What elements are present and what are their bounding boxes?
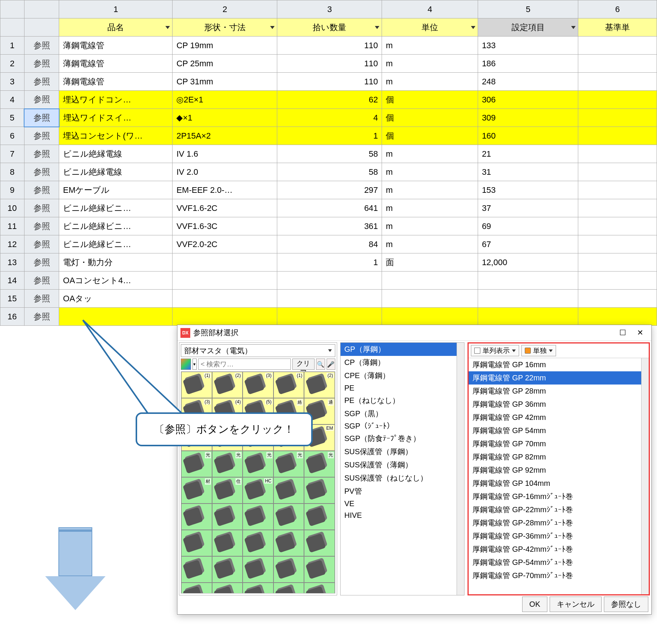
part-icon-cell[interactable] — [181, 583, 212, 594]
cell-setting[interactable]: 153 — [478, 181, 578, 199]
cell-base[interactable] — [578, 37, 657, 55]
cell-name[interactable]: 埋込コンセント(ワ… — [59, 127, 173, 145]
part-item[interactable]: 厚鋼電線管 GP-36mmｼﾞｭｰﾄ巻 — [469, 530, 641, 543]
cell-base[interactable] — [578, 235, 657, 253]
cell-qty[interactable] — [277, 272, 382, 290]
cell-shape[interactable]: IV 2.0 — [173, 163, 277, 181]
cell-qty[interactable]: 58 — [277, 163, 382, 181]
part-icon-cell[interactable] — [273, 477, 304, 504]
cell-setting[interactable]: 248 — [478, 73, 578, 91]
search-icon[interactable]: 🔍 — [316, 359, 325, 370]
part-item[interactable]: 厚鋼電線管 GP-54mmｼﾞｭｰﾄ巻 — [469, 556, 641, 569]
cell-name[interactable]: OAタッ — [59, 290, 173, 308]
table-row[interactable]: 10参照ビニル絶縁ビニ…VVF1.6-2C641m37 — [0, 199, 657, 217]
cell-qty[interactable]: 110 — [277, 37, 382, 55]
cell-unit[interactable]: m — [382, 145, 478, 163]
cell-setting[interactable] — [478, 308, 578, 326]
cell-setting[interactable] — [478, 290, 578, 308]
part-icon-cell[interactable] — [273, 556, 304, 583]
header-shape[interactable]: 形状・寸法 — [173, 18, 277, 37]
reference-button[interactable]: 参照 — [24, 217, 59, 235]
category-list[interactable]: GP（厚鋼）CP（薄鋼）CPE（薄鋼）PEPE（ねじなし）SGP（黒）SGP（ｼ… — [341, 343, 457, 595]
cell-shape[interactable]: VVF2.0-2C — [173, 235, 277, 253]
part-icon-cell[interactable] — [273, 530, 304, 556]
category-item[interactable]: PV管 — [341, 485, 457, 498]
table-row[interactable]: 6参照埋込コンセント(ワ…2P15A×21個160 — [0, 127, 657, 145]
part-item[interactable]: 厚鋼電線管 GP 42mm — [469, 411, 641, 424]
part-item[interactable]: 厚鋼電線管 GP-28mmｼﾞｭｰﾄ巻 — [469, 516, 641, 530]
table-row[interactable]: 13参照電灯・動力分1面12,000 — [0, 253, 657, 272]
cell-shape[interactable]: CP 31mm — [173, 73, 277, 91]
cell-unit[interactable]: m — [382, 235, 478, 253]
cell-unit[interactable]: 個 — [382, 109, 478, 127]
reference-button[interactable]: 参照 — [24, 253, 59, 272]
cell-unit[interactable]: 個 — [382, 127, 478, 145]
cell-base[interactable] — [578, 253, 657, 272]
category-item[interactable]: PE（ねじなし） — [341, 394, 457, 407]
part-icon-cell[interactable] — [243, 530, 273, 556]
part-item[interactable]: 厚鋼電線管 GP 70mm — [469, 437, 641, 450]
cell-unit[interactable] — [382, 308, 478, 326]
cell-shape[interactable]: EM-EEF 2.0-… — [173, 181, 277, 199]
reference-button[interactable]: 参照 — [24, 55, 59, 73]
cell-qty[interactable]: 110 — [277, 73, 382, 91]
cancel-button[interactable]: キャンセル — [550, 597, 602, 612]
close-button[interactable]: ✕ — [632, 327, 648, 339]
table-row[interactable]: 5参照埋込ワイドスイ…◆×14個309 — [0, 109, 657, 127]
category-item[interactable]: SUS保護管（厚鋼） — [341, 445, 457, 458]
reference-button[interactable]: 参照 — [24, 145, 59, 163]
reference-button[interactable]: 参照 — [24, 272, 59, 290]
cell-name[interactable]: 薄鋼電線管 — [59, 37, 173, 55]
cell-shape[interactable]: ◆×1 — [173, 109, 277, 127]
part-icon-cell[interactable] — [243, 504, 273, 530]
maximize-button[interactable]: ☐ — [614, 327, 631, 339]
category-item[interactable]: CP（薄鋼） — [341, 356, 457, 369]
cell-base[interactable] — [578, 290, 657, 308]
part-item[interactable]: 厚鋼電線管 GP 28mm — [469, 385, 641, 398]
cell-unit[interactable]: m — [382, 163, 478, 181]
cell-base[interactable] — [578, 181, 657, 199]
cell-name[interactable]: EMケーブル — [59, 181, 173, 199]
cell-name[interactable]: ビニル絶縁ビニ… — [59, 217, 173, 235]
cell-name[interactable]: ビニル絶縁ビニ… — [59, 199, 173, 217]
part-icon-cell[interactable] — [304, 530, 335, 556]
cell-base[interactable] — [578, 308, 657, 326]
cell-setting[interactable] — [478, 272, 578, 290]
part-item[interactable]: 厚鋼電線管 GP 36mm — [469, 398, 641, 411]
cell-setting[interactable]: 186 — [478, 55, 578, 73]
dropdown-icon[interactable] — [471, 26, 475, 29]
category-item[interactable]: SGP（黒） — [341, 407, 457, 420]
cell-base[interactable] — [578, 163, 657, 181]
dropdown-icon[interactable] — [270, 26, 275, 29]
cell-qty[interactable]: 361 — [277, 217, 382, 235]
cell-name[interactable]: 埋込ワイドスイ… — [59, 109, 173, 127]
table-row[interactable]: 15参照OAタッ — [0, 290, 657, 308]
part-icon-cell[interactable] — [243, 583, 273, 594]
cell-name[interactable]: 電灯・動力分 — [59, 253, 173, 272]
part-icon-cell[interactable] — [304, 477, 335, 504]
header-name[interactable]: 品名 — [59, 18, 173, 37]
part-icon-cell[interactable]: (2) — [304, 372, 335, 398]
cell-unit[interactable]: 個 — [382, 91, 478, 109]
cell-unit[interactable]: m — [382, 37, 478, 55]
cell-qty[interactable] — [277, 308, 382, 326]
cell-base[interactable] — [578, 272, 657, 290]
part-icon-cell[interactable] — [273, 583, 304, 594]
table-row[interactable]: 3参照薄鋼電線管CP 31mm110m248 — [0, 73, 657, 91]
ok-button[interactable]: OK — [522, 597, 547, 612]
table-row[interactable]: 8参照ビニル絶縁電線IV 2.058m31 — [0, 163, 657, 181]
cell-unit[interactable]: m — [382, 217, 478, 235]
part-item[interactable]: 厚鋼電線管 GP 92mm — [469, 464, 641, 477]
part-item[interactable]: 厚鋼電線管 GP 104mm — [469, 477, 641, 490]
cell-qty[interactable]: 1 — [277, 127, 382, 145]
dropdown-icon[interactable] — [165, 26, 170, 29]
cell-shape[interactable]: ◎2E×1 — [173, 91, 277, 109]
cell-shape[interactable]: CP 25mm — [173, 55, 277, 73]
cell-name[interactable]: OAコンセント4… — [59, 272, 173, 290]
dropdown-icon[interactable] — [375, 26, 379, 29]
reference-button[interactable]: 参照 — [24, 109, 59, 127]
header-base[interactable]: 基準単 — [578, 18, 657, 37]
cell-qty[interactable]: 1 — [277, 253, 382, 272]
main-spreadsheet[interactable]: 1 2 3 4 5 6 品名 形状・寸法 拾い数量 単位 設定項目 基準単 1参… — [0, 0, 657, 326]
category-item[interactable]: CPE（薄鋼） — [341, 369, 457, 382]
